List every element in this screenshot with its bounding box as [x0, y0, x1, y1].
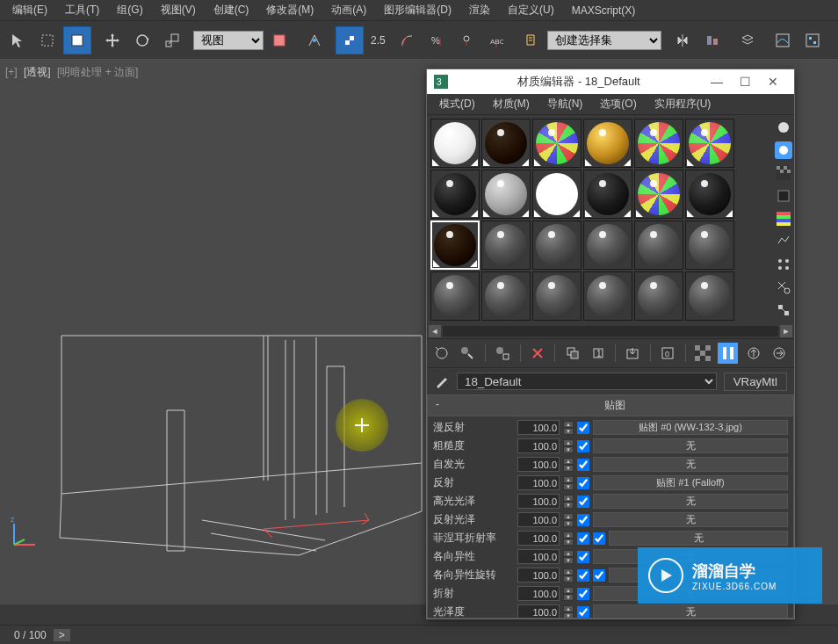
- param-checkbox[interactable]: [577, 569, 589, 582]
- mat-menu-mode[interactable]: 模式(D): [430, 94, 484, 114]
- percent-snap-toggle[interactable]: %: [423, 26, 451, 54]
- param-map-button[interactable]: 无: [593, 494, 788, 509]
- param-value-input[interactable]: [517, 420, 560, 435]
- menu-group[interactable]: 组(G): [108, 0, 151, 20]
- background-icon[interactable]: [775, 164, 792, 182]
- param-checkbox[interactable]: [577, 422, 589, 434]
- menu-view[interactable]: 视图(V): [152, 0, 205, 20]
- spinner-snap-toggle[interactable]: [452, 26, 480, 54]
- spinner-down-icon[interactable]: ▼: [563, 502, 574, 509]
- viewport-label[interactable]: [+] [透视] [明暗处理 + 边面]: [5, 65, 141, 80]
- param-value-input[interactable]: [517, 494, 560, 509]
- param-value-input[interactable]: [517, 438, 560, 453]
- param-extra-checkbox[interactable]: [593, 569, 605, 582]
- menu-animation[interactable]: 动画(A): [322, 0, 375, 20]
- material-slot[interactable]: [430, 170, 480, 219]
- menu-edit[interactable]: 编辑(E): [4, 0, 56, 20]
- menu-create[interactable]: 创建(C): [205, 0, 258, 20]
- spinner-up-icon[interactable]: ▲: [563, 495, 574, 502]
- select-window-tool[interactable]: [63, 26, 91, 54]
- material-slots-scrollbar[interactable]: ◄ ►: [427, 324, 794, 338]
- material-slot[interactable]: [634, 119, 683, 168]
- spinner-up-icon[interactable]: ▲: [563, 476, 574, 483]
- param-checkbox[interactable]: [577, 477, 589, 489]
- param-map-button[interactable]: 无: [609, 531, 788, 546]
- mat-menu-options[interactable]: 选项(O): [591, 94, 645, 114]
- scroll-right-icon[interactable]: ►: [780, 325, 792, 337]
- material-slot[interactable]: [685, 170, 734, 219]
- material-map-navigator-icon[interactable]: [775, 301, 792, 319]
- material-slot[interactable]: [685, 119, 734, 168]
- spinner-down-icon[interactable]: ▼: [563, 465, 574, 472]
- material-slot-selected[interactable]: [430, 221, 480, 270]
- ref-coord-system[interactable]: 视图: [193, 31, 264, 50]
- rotate-tool[interactable]: [128, 26, 156, 54]
- param-map-button[interactable]: 无: [593, 457, 788, 472]
- spinner-down-icon[interactable]: ▼: [563, 446, 574, 453]
- show-map-in-viewport-icon[interactable]: [693, 343, 713, 364]
- param-value-input[interactable]: [517, 604, 560, 619]
- curve-editor[interactable]: [769, 26, 797, 54]
- param-checkbox[interactable]: [577, 551, 589, 563]
- menu-rendering[interactable]: 渲染: [460, 0, 499, 20]
- material-slot[interactable]: [583, 119, 632, 168]
- material-slot[interactable]: [430, 271, 480, 321]
- material-slot[interactable]: [634, 170, 683, 219]
- param-value-input[interactable]: [517, 512, 560, 527]
- param-checkbox[interactable]: [577, 514, 589, 526]
- material-slot[interactable]: [481, 221, 531, 270]
- spinner-down-icon[interactable]: ▼: [563, 483, 574, 490]
- mat-menu-material[interactable]: 材质(M): [484, 94, 538, 114]
- material-id-channel-icon[interactable]: 0: [658, 343, 678, 364]
- maximize-button[interactable]: ☐: [731, 71, 759, 92]
- sample-uv-tiling-icon[interactable]: [775, 187, 792, 205]
- param-map-button[interactable]: 无: [593, 604, 788, 619]
- material-slot[interactable]: [532, 119, 582, 168]
- spinner-up-icon[interactable]: ▲: [563, 568, 574, 575]
- spinner-up-icon[interactable]: ▲: [563, 605, 574, 612]
- param-value-input[interactable]: [517, 475, 560, 490]
- material-slot[interactable]: [532, 221, 582, 270]
- param-map-button[interactable]: 无: [593, 438, 788, 453]
- select-region-tool[interactable]: [33, 26, 61, 54]
- material-slot[interactable]: [532, 170, 582, 219]
- close-button[interactable]: ✕: [759, 71, 787, 92]
- mirror-tool[interactable]: [668, 26, 697, 54]
- put-to-scene-icon[interactable]: [458, 343, 478, 364]
- scale-tool[interactable]: [158, 26, 186, 54]
- material-slot[interactable]: [685, 271, 734, 321]
- select-tool[interactable]: [4, 26, 32, 54]
- assign-to-selection-icon[interactable]: [493, 343, 513, 364]
- timeline-btn[interactable]: >: [54, 629, 70, 641]
- spinner-down-icon[interactable]: ▼: [563, 594, 574, 601]
- make-copy-icon[interactable]: [562, 343, 582, 364]
- param-checkbox[interactable]: [577, 532, 589, 545]
- material-type-button[interactable]: VRayMtl: [724, 373, 787, 391]
- spinner-up-icon[interactable]: ▲: [563, 587, 574, 594]
- use-pivot-center[interactable]: [265, 26, 293, 54]
- named-selection-set[interactable]: 创建选择集: [547, 31, 661, 50]
- param-map-button[interactable]: 贴图 #1 (Falloff): [593, 475, 788, 490]
- angle-snap-toggle[interactable]: [393, 26, 421, 54]
- scroll-left-icon[interactable]: ◄: [429, 325, 441, 337]
- spinner-up-icon[interactable]: ▲: [563, 439, 574, 446]
- go-forward-sibling-icon[interactable]: [769, 343, 789, 364]
- param-checkbox[interactable]: [577, 459, 589, 471]
- mat-menu-navigation[interactable]: 导航(N): [538, 94, 592, 114]
- menu-customize[interactable]: 自定义(U): [499, 0, 563, 20]
- param-value-input[interactable]: [517, 586, 560, 601]
- menu-graph-editors[interactable]: 图形编辑器(D): [375, 0, 460, 20]
- param-extra-checkbox[interactable]: [593, 532, 605, 545]
- material-name-dropdown[interactable]: 18_Default: [457, 373, 717, 390]
- go-to-parent-icon[interactable]: [743, 343, 763, 364]
- param-checkbox[interactable]: [577, 588, 589, 600]
- spinner-down-icon[interactable]: ▼: [563, 557, 574, 564]
- make-preview-icon[interactable]: [775, 233, 792, 250]
- param-value-input[interactable]: [517, 457, 560, 472]
- material-slot[interactable]: [634, 271, 683, 321]
- spinner-up-icon[interactable]: ▲: [563, 421, 574, 428]
- spinner-up-icon[interactable]: ▲: [563, 458, 574, 465]
- param-checkbox[interactable]: [577, 440, 589, 452]
- spinner-down-icon[interactable]: ▼: [563, 539, 574, 546]
- menu-modifiers[interactable]: 修改器(M): [257, 0, 322, 20]
